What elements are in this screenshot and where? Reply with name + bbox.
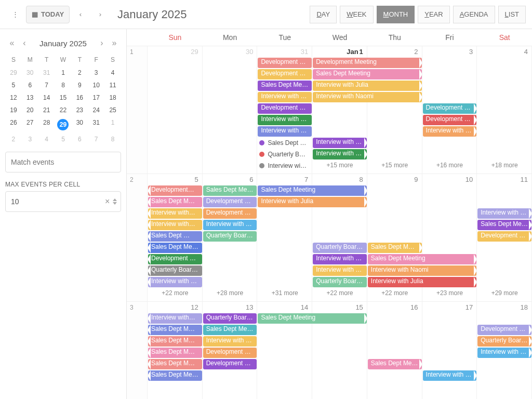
event-bar[interactable]: Interview with… xyxy=(148,313,202,324)
mini-day[interactable]: 3 xyxy=(88,66,104,79)
event-bar[interactable]: Development Meeting xyxy=(423,103,477,114)
view-day[interactable]: DAY xyxy=(310,6,337,23)
mini-day[interactable]: 16 xyxy=(71,91,88,104)
event-bar[interactable]: Interview with Naomi xyxy=(203,336,257,347)
mini-day[interactable]: 27 xyxy=(22,116,38,133)
mini-day[interactable]: 22 xyxy=(55,104,72,116)
stepper-down[interactable] xyxy=(113,202,117,205)
more-link[interactable]: +15 more xyxy=(367,161,422,171)
event-bar[interactable]: Interview with Naomi xyxy=(258,115,312,125)
today-button[interactable]: ▦ TODAY xyxy=(26,6,70,23)
event-dot[interactable]: Interview wi… xyxy=(257,161,312,171)
event-bar[interactable]: Sales Dept Meeting xyxy=(313,69,421,79)
mini-day[interactable]: 9 xyxy=(71,79,88,91)
event-bar[interactable]: Development Meeting xyxy=(148,254,202,264)
day-number[interactable]: 15 xyxy=(312,302,367,313)
day-number[interactable]: 6 xyxy=(203,174,258,185)
day-number[interactable]: 2 xyxy=(367,46,422,57)
event-bar[interactable]: Sales Dept Meeting xyxy=(148,243,202,253)
event-bar[interactable]: Sales Dept Meeting xyxy=(368,254,476,264)
mini-day[interactable]: 8 xyxy=(104,133,121,145)
event-bar[interactable]: Sales Dept Meeting xyxy=(148,370,202,381)
search-input[interactable] xyxy=(5,152,121,172)
day-number[interactable]: Jan1 xyxy=(312,46,367,57)
stepper-up[interactable] xyxy=(113,198,117,201)
event-bar[interactable]: Interview with Naomi xyxy=(368,265,476,276)
event-bar[interactable]: Interview with Julia xyxy=(258,126,312,137)
mini-day[interactable]: 15 xyxy=(55,91,72,104)
view-week[interactable]: WEEK xyxy=(340,6,373,23)
day-number[interactable]: 18 xyxy=(477,302,532,313)
mini-next-month[interactable]: › xyxy=(96,37,108,49)
view-month[interactable]: MONTH xyxy=(377,6,415,23)
more-link[interactable]: +29 more xyxy=(477,288,532,299)
event-bar[interactable]: Sales Dept Meeting xyxy=(477,220,531,230)
day-number[interactable]: 12 xyxy=(148,302,203,313)
event-bar[interactable]: Interview with Naomi xyxy=(148,277,202,287)
mini-day[interactable]: 1 xyxy=(55,66,72,79)
day-number[interactable]: 5 xyxy=(148,174,203,185)
event-bar[interactable]: Sales Dept M… xyxy=(148,348,202,358)
mini-day[interactable]: 23 xyxy=(71,104,88,116)
day-number[interactable]: 11 xyxy=(477,174,532,185)
mini-day[interactable]: 26 xyxy=(5,116,22,133)
event-bar[interactable]: Sales Dept M… xyxy=(148,197,202,207)
event-bar[interactable]: Interview with… xyxy=(148,220,202,230)
event-bar[interactable]: Interview with Julia xyxy=(423,126,477,137)
view-year[interactable]: YEAR xyxy=(418,6,449,23)
mini-day[interactable]: 6 xyxy=(22,79,38,91)
clear-icon[interactable]: × xyxy=(102,197,113,206)
mini-day[interactable]: 7 xyxy=(38,79,55,91)
event-bar[interactable]: Quarterly Board Meeting xyxy=(313,277,367,287)
mini-day[interactable]: 14 xyxy=(38,91,55,104)
max-events-input[interactable]: × xyxy=(5,191,121,212)
mini-day[interactable]: 18 xyxy=(104,91,121,104)
event-bar[interactable]: Development… xyxy=(148,185,202,196)
event-dot[interactable]: Quarterly B… xyxy=(257,149,312,159)
day-number[interactable]: 29 xyxy=(148,46,203,57)
mini-day[interactable]: 3 xyxy=(22,133,38,145)
event-bar[interactable]: Development Meeting xyxy=(258,69,312,79)
day-number[interactable]: 10 xyxy=(422,174,477,185)
event-bar[interactable]: Development Meeting xyxy=(423,115,477,125)
event-bar[interactable]: Quarterly Board Meeting xyxy=(313,243,367,253)
mini-day[interactable]: 19 xyxy=(5,104,22,116)
event-bar[interactable]: Sales Dept M… xyxy=(148,359,202,369)
mini-day[interactable]: 5 xyxy=(55,133,72,145)
event-bar[interactable]: Interview with Naomi xyxy=(313,265,367,276)
mini-day[interactable]: 31 xyxy=(38,66,55,79)
event-bar[interactable]: Interview with Julia xyxy=(477,348,531,358)
event-bar[interactable]: Development Meeting xyxy=(258,103,312,114)
day-number[interactable]: 4 xyxy=(477,46,532,57)
more-link[interactable]: +23 more xyxy=(422,288,477,299)
view-agenda[interactable]: AGENDA xyxy=(453,6,495,23)
event-bar[interactable]: Interview with Naomi xyxy=(313,138,367,148)
mini-day[interactable]: 8 xyxy=(55,79,72,91)
event-bar[interactable]: Sales Dept Meeting xyxy=(258,313,366,324)
day-number[interactable]: 9 xyxy=(367,174,422,185)
mini-prev-year[interactable]: « xyxy=(6,37,18,49)
mini-day[interactable]: 2 xyxy=(71,66,88,79)
event-bar[interactable]: Interview with Naomi xyxy=(313,254,367,264)
max-events-field[interactable] xyxy=(11,197,102,206)
mini-day[interactable]: 4 xyxy=(38,133,55,145)
day-number[interactable]: 30 xyxy=(203,46,258,57)
mini-day[interactable]: 29 xyxy=(55,116,72,133)
event-bar[interactable]: Development Meeting xyxy=(203,359,257,369)
event-bar[interactable]: Quarterly Board Meeting xyxy=(203,231,257,242)
mini-day[interactable]: 12 xyxy=(5,91,22,104)
day-number[interactable]: 17 xyxy=(422,302,477,313)
mini-day[interactable]: 31 xyxy=(88,116,104,133)
mini-day[interactable]: 2 xyxy=(5,133,22,145)
event-bar[interactable]: Development Meeting xyxy=(203,348,257,358)
event-bar[interactable]: Interview with Julia xyxy=(368,277,476,287)
more-link[interactable]: +16 more xyxy=(422,161,477,171)
event-bar[interactable]: Sales Dept M… xyxy=(368,243,422,253)
day-number[interactable]: 7 xyxy=(257,174,312,185)
event-bar[interactable]: Sales Dept M… xyxy=(148,336,202,347)
event-bar[interactable]: Interview with Naomi xyxy=(313,149,367,159)
event-bar[interactable]: Development Meeting xyxy=(203,197,257,207)
event-bar[interactable]: Development Meeting xyxy=(477,231,531,242)
more-menu-icon[interactable]: ⋮ xyxy=(6,6,24,23)
view-list[interactable]: LIST xyxy=(498,6,526,23)
